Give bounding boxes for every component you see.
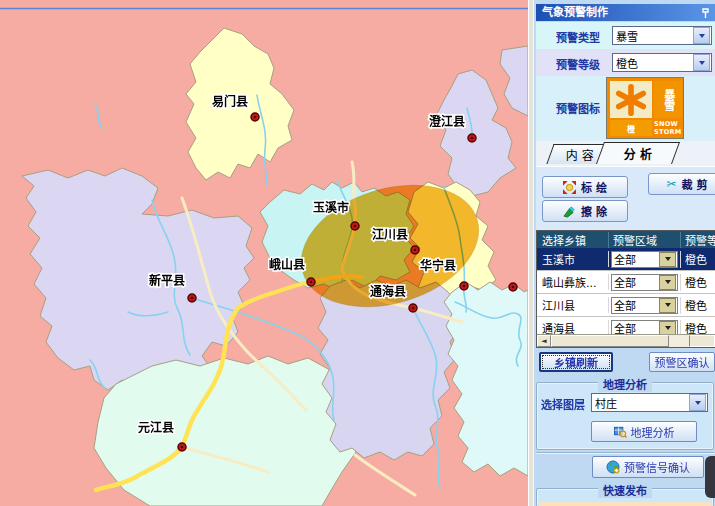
city-marker-icon [460, 282, 468, 290]
scrollbar-right-segment[interactable] [689, 335, 715, 347]
warning-level-label: 预警等级 [556, 56, 600, 72]
geo-analysis-button-label: 地理分析 [631, 424, 675, 440]
chevron-down-icon[interactable] [659, 275, 676, 290]
tab-analysis-label: 分 析 [624, 145, 652, 162]
plot-icon [563, 181, 576, 194]
warning-icon-label: 预警图标 [556, 100, 600, 116]
warning-area-confirm-label: 预警区确认 [655, 354, 710, 370]
tab-strip: 内 容 分 析 [536, 141, 715, 167]
city-marker-icon [509, 283, 517, 291]
tab-content-label: 内 容 [566, 146, 594, 163]
area-value: 全部 [612, 251, 659, 267]
warning-level-select[interactable]: 橙色 [612, 53, 712, 72]
scissors-icon: ✂ [667, 177, 677, 191]
city-marker-icon [178, 443, 186, 451]
layer-value: 村庄 [592, 395, 688, 411]
plot-label: 标 绘 [581, 179, 607, 195]
table-row[interactable]: 玉溪市 全部 橙色 [537, 248, 715, 271]
geo-analysis-group-label: 地理分析 [598, 376, 652, 392]
chevron-down-icon[interactable] [693, 27, 710, 44]
county-label: 华宁县 [420, 258, 456, 273]
township-table: 选择乡镇 预警区域 预警等级 玉溪市 全部 橙色 峨山彝族... 全部 橙色 江… [536, 230, 715, 348]
city-marker-icon [307, 278, 315, 286]
county-label: 新平县 [149, 273, 185, 288]
globe-icon [606, 460, 620, 474]
geo-analysis-icon [614, 425, 627, 438]
cut-button[interactable]: ✂ 裁 剪 [648, 173, 715, 195]
erase-label: 擦 除 [581, 203, 607, 219]
area-value: 全部 [612, 274, 659, 290]
township-refresh-label: 乡镇刷新 [554, 354, 598, 370]
warning-icon-corner: 橙 [610, 120, 652, 136]
header-level: 预警等级 [681, 232, 715, 248]
city-marker-icon [411, 246, 419, 254]
warning-signal-confirm-button[interactable]: 预警信号确认 [592, 456, 704, 478]
panel-titlebar[interactable]: 气象预警制作 [536, 4, 715, 21]
row-level: 橙色 [681, 274, 715, 290]
warning-panel: 气象预警制作 预警类型 暴雪 预警等级 橙色 预警图标 [533, 0, 715, 506]
row-town: 江川县 [537, 297, 609, 313]
county-label: 澄江县 [429, 114, 465, 129]
header-area: 预警区域 [609, 232, 681, 248]
scrollbar-thumb[interactable] [551, 335, 669, 347]
city-marker-icon [468, 134, 476, 142]
area-select[interactable]: 全部 [611, 251, 678, 268]
warning-type-row: 预警类型 暴雪 [536, 22, 715, 49]
chevron-down-icon[interactable] [693, 54, 710, 71]
snow-storm-warning-icon: 暴雪 橙 SNOW STORM [606, 77, 684, 139]
warning-level-row: 预警等级 橙色 [536, 49, 715, 76]
city-marker-icon [251, 113, 259, 121]
header-town: 选择乡镇 [537, 232, 609, 248]
warning-level-value: 橙色 [613, 55, 692, 71]
row-level: 橙色 [681, 251, 715, 267]
row-town: 峨山彝族... [537, 274, 609, 290]
area-value: 全部 [612, 297, 659, 313]
area-select[interactable]: 全部 [611, 274, 678, 291]
panel-scrollbar-thumb[interactable] [705, 456, 715, 498]
row-level: 橙色 [681, 297, 715, 313]
warning-type-select[interactable]: 暴雪 [612, 26, 712, 45]
warning-type-label: 预警类型 [556, 29, 600, 45]
county-label: 江川县 [372, 227, 408, 242]
chevron-down-icon[interactable] [659, 252, 676, 267]
county-label: 通海县 [370, 284, 406, 299]
geo-analysis-group: 地理分析 选择图层 村庄 地理分析 [536, 382, 714, 450]
table-hscrollbar[interactable]: ◄ [537, 334, 715, 347]
city-marker-icon [188, 294, 196, 302]
warning-area-confirm-button[interactable]: 预警区确认 [649, 352, 715, 372]
quick-release-group: 快速发布 [536, 488, 714, 506]
map-canvas[interactable]: 易门县 澄江县 玉溪市 江川县 华宁县 通海县 峨山县 新平县 元江县 [0, 0, 528, 506]
table-row[interactable]: 峨山彝族... 全部 橙色 [537, 271, 715, 294]
warning-icon-text: 暴雪 [654, 81, 682, 118]
county-label: 元江县 [138, 420, 174, 435]
analysis-tools: 标 绘 ✂ 裁 剪 擦 除 [536, 166, 715, 231]
county-label: 玉溪市 [313, 200, 349, 215]
scroll-left-icon[interactable]: ◄ [537, 335, 551, 347]
warning-icon-subtitle: SNOW STORM [654, 120, 682, 136]
warning-signal-confirm-label: 预警信号确认 [624, 459, 690, 475]
chevron-down-icon[interactable] [689, 394, 706, 411]
layer-select-label: 选择图层 [541, 396, 585, 412]
warning-type-value: 暴雪 [613, 28, 692, 44]
eraser-icon [563, 205, 576, 218]
table-header: 选择乡镇 预警区域 预警等级 [537, 231, 715, 248]
cut-label: 裁 剪 [682, 176, 708, 192]
warning-icon-row: 预警图标 暴雪 橙 SNOW STORM [536, 76, 715, 141]
chevron-down-icon[interactable] [659, 298, 676, 313]
county-label: 峨山县 [269, 257, 305, 272]
table-row[interactable]: 江川县 全部 橙色 [537, 294, 715, 317]
layer-select[interactable]: 村庄 [591, 393, 708, 412]
geo-analysis-button[interactable]: 地理分析 [591, 421, 697, 442]
county-label: 易门县 [212, 94, 248, 109]
row-town: 玉溪市 [537, 251, 609, 267]
township-refresh-button[interactable]: 乡镇刷新 [539, 352, 613, 372]
snowflake-icon [610, 81, 652, 118]
city-marker-icon [351, 222, 359, 230]
area-select[interactable]: 全部 [611, 297, 678, 314]
plot-button[interactable]: 标 绘 [542, 176, 628, 198]
tab-analysis[interactable]: 分 析 [596, 142, 680, 164]
quick-release-content [539, 502, 711, 506]
region-yuanjiang[interactable] [94, 356, 356, 506]
quick-release-group-label: 快速发布 [598, 482, 652, 498]
erase-button[interactable]: 擦 除 [542, 200, 628, 222]
